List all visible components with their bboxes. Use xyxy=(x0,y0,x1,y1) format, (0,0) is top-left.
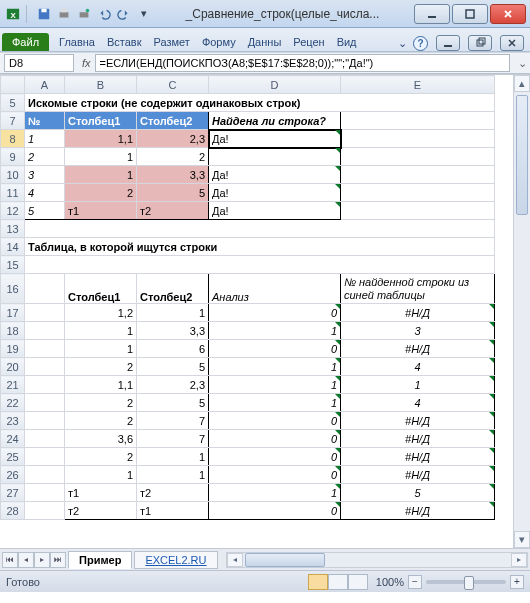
cell[interactable]: 0 xyxy=(209,340,341,358)
row-header[interactable]: 7 xyxy=(1,112,25,130)
cell[interactable]: 5 xyxy=(25,202,65,220)
cell[interactable]: #Н/Д xyxy=(341,448,495,466)
fx-icon[interactable]: fx xyxy=(82,57,91,69)
cell[interactable]: 1 xyxy=(137,304,209,322)
view-normal-icon[interactable] xyxy=(308,574,328,590)
row-header[interactable]: 26 xyxy=(1,466,25,484)
tab-insert[interactable]: Вставк xyxy=(101,33,148,51)
cell[interactable]: т1 xyxy=(65,484,137,502)
scroll-thumb[interactable] xyxy=(516,95,528,215)
zoom-out-button[interactable]: − xyxy=(408,575,422,589)
cell[interactable]: 6 xyxy=(137,340,209,358)
qat-dropdown-icon[interactable]: ▾ xyxy=(135,5,153,23)
cell[interactable]: Да! xyxy=(209,202,341,220)
col-header-E[interactable]: E xyxy=(341,76,495,94)
zoom-slider[interactable] xyxy=(426,580,506,584)
cell[interactable]: 1 xyxy=(341,376,495,394)
formula-input[interactable] xyxy=(95,54,510,72)
worksheet-grid[interactable]: A B C D E 5 Искомые строки (не содержит … xyxy=(0,74,530,548)
cell[interactable]: 0 xyxy=(209,502,341,520)
cell[interactable] xyxy=(25,304,65,322)
tab-first-icon[interactable]: ⏮ xyxy=(2,552,18,568)
cell[interactable]: 1 xyxy=(209,394,341,412)
cell[interactable]: 2,3 xyxy=(137,376,209,394)
ribbon-caret-icon[interactable]: ⌄ xyxy=(398,37,407,50)
cell[interactable]: #Н/Д xyxy=(341,412,495,430)
zoom-value[interactable]: 100% xyxy=(376,576,404,588)
tab-layout[interactable]: Размет xyxy=(148,33,196,51)
excel-icon[interactable]: X xyxy=(4,5,22,23)
cell[interactable]: 1 xyxy=(65,166,137,184)
row-header[interactable]: 25 xyxy=(1,448,25,466)
row-header[interactable]: 10 xyxy=(1,166,25,184)
cell[interactable]: #Н/Д xyxy=(341,430,495,448)
cell[interactable]: 7 xyxy=(137,430,209,448)
cell[interactable]: 2 xyxy=(65,412,137,430)
cell[interactable]: 1,2 xyxy=(65,304,137,322)
cell[interactable]: т2 xyxy=(137,202,209,220)
cell[interactable]: Да! xyxy=(209,184,341,202)
scroll-right-icon[interactable]: ▸ xyxy=(511,553,527,567)
cell[interactable]: 1 xyxy=(65,322,137,340)
formula-expand-icon[interactable]: ⌄ xyxy=(514,57,530,70)
maximize-button[interactable] xyxy=(452,4,488,24)
cell[interactable] xyxy=(25,220,495,238)
cell[interactable]: 3,3 xyxy=(137,166,209,184)
cell[interactable]: 1,1 xyxy=(65,376,137,394)
cell[interactable]: 2 xyxy=(65,358,137,376)
row-header[interactable]: 20 xyxy=(1,358,25,376)
cell[interactable]: Найдена ли строка? xyxy=(209,112,341,130)
row-header[interactable]: 22 xyxy=(1,394,25,412)
cell[interactable]: 5 xyxy=(137,394,209,412)
zoom-in-button[interactable]: + xyxy=(510,575,524,589)
col-header-B[interactable]: B xyxy=(65,76,137,94)
row-header[interactable]: 14 xyxy=(1,238,25,256)
view-layout-icon[interactable] xyxy=(328,574,348,590)
row-header[interactable]: 9 xyxy=(1,148,25,166)
cell[interactable]: т1 xyxy=(137,502,209,520)
cell[interactable]: Да! xyxy=(209,166,341,184)
doc-minimize-button[interactable] xyxy=(436,35,460,51)
cell[interactable] xyxy=(25,376,65,394)
cell[interactable]: 0 xyxy=(209,430,341,448)
cell[interactable]: 2 xyxy=(65,394,137,412)
row-header[interactable]: 16 xyxy=(1,274,25,304)
tab-last-icon[interactable]: ⏭ xyxy=(50,552,66,568)
cell[interactable] xyxy=(341,148,495,166)
hscroll-thumb[interactable] xyxy=(245,553,325,567)
row-header[interactable]: 12 xyxy=(1,202,25,220)
selected-cell[interactable]: Да! xyxy=(209,130,341,148)
cell[interactable]: #Н/Д xyxy=(341,502,495,520)
cell[interactable]: 4 xyxy=(341,358,495,376)
minimize-button[interactable] xyxy=(414,4,450,24)
tab-data[interactable]: Данны xyxy=(242,33,288,51)
cell[interactable]: #Н/Д xyxy=(341,466,495,484)
cell[interactable]: т1 xyxy=(65,202,137,220)
row-header[interactable]: 8 xyxy=(1,130,25,148)
tab-formulas[interactable]: Форму xyxy=(196,33,242,51)
horizontal-scrollbar[interactable]: ◂ ▸ xyxy=(226,552,528,568)
cell[interactable] xyxy=(25,256,495,274)
select-all-corner[interactable] xyxy=(1,76,25,94)
cell[interactable] xyxy=(341,130,495,148)
col-header-C[interactable]: C xyxy=(137,76,209,94)
cell[interactable]: 1 xyxy=(65,148,137,166)
cell[interactable]: 0 xyxy=(209,448,341,466)
row-header[interactable]: 17 xyxy=(1,304,25,322)
tab-prev-icon[interactable]: ◂ xyxy=(18,552,34,568)
cell[interactable]: Столбец1 xyxy=(65,112,137,130)
quickprint-icon[interactable] xyxy=(75,5,93,23)
cell[interactable]: 2 xyxy=(65,184,137,202)
doc-close-button[interactable] xyxy=(500,35,524,51)
cell[interactable] xyxy=(341,112,495,130)
cell[interactable]: 2 xyxy=(137,148,209,166)
cell[interactable]: т2 xyxy=(65,502,137,520)
cell[interactable]: 5 xyxy=(137,184,209,202)
cell[interactable]: № xyxy=(25,112,65,130)
cell[interactable]: 0 xyxy=(209,304,341,322)
row-header[interactable]: 28 xyxy=(1,502,25,520)
cell[interactable] xyxy=(25,484,65,502)
cell[interactable]: #Н/Д xyxy=(341,340,495,358)
tab-view[interactable]: Вид xyxy=(331,33,363,51)
cell[interactable]: 1 xyxy=(209,376,341,394)
